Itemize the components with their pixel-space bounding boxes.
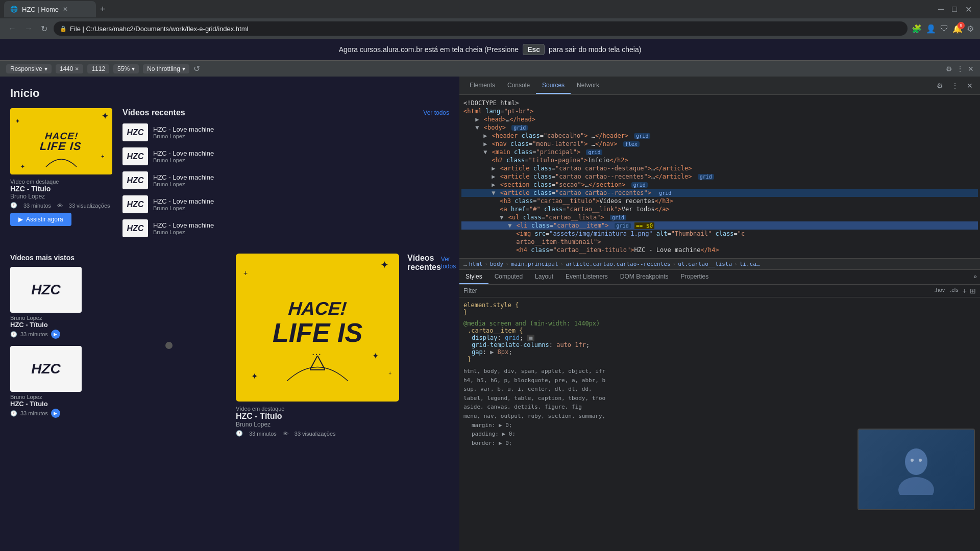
back-button[interactable]: ← (6, 22, 18, 35)
tab-close-button[interactable]: ✕ (63, 6, 68, 13)
dom-line-a[interactable]: <a href="#" class="cartao__link">Ver tod… (461, 205, 978, 213)
forward-button[interactable]: → (22, 22, 35, 35)
dom-line-ul[interactable]: ▼ <ul class="cartao__lista"> grid (461, 213, 978, 221)
dom-line-h2[interactable]: <h2 class="titulo-pagina">Início</h2> (461, 156, 978, 164)
star-deco-4: ✦ (20, 164, 24, 169)
dom-line-article-recentes[interactable]: ▼ <article class="cartao cartao--recente… (461, 189, 978, 197)
styles-tab-properties[interactable]: Properties (675, 270, 715, 284)
dom-line-section[interactable]: ▶ <section class="secao">…</section> gri… (461, 181, 978, 189)
tab-network[interactable]: Network (571, 78, 605, 94)
active-tab[interactable]: 🌐 HZC | Home ✕ (4, 1, 96, 17)
devtools-close-icon[interactable]: ✕ (968, 65, 974, 73)
notification-suffix: para sair do modo tela cheia) (549, 45, 641, 54)
dom-line-main[interactable]: ▼ <main class="principal"> grid (461, 148, 978, 156)
breadcrumb-li[interactable]: li.ca… (740, 261, 760, 267)
watched-title-0: HZC - Título (10, 321, 102, 329)
video-author-2: Bruno Lopez (153, 181, 449, 187)
dom-line-html[interactable]: <html lang="pt-br"> (461, 107, 978, 115)
dom-line-body[interactable]: ▼ <body> grid (461, 123, 978, 132)
big-featured-author: Bruno Lopez (236, 421, 399, 428)
big-featured-title: HZC - Título (236, 412, 399, 421)
browser-maximize-button[interactable]: □ (948, 5, 961, 14)
breadcrumb-main[interactable]: main.principal (511, 261, 558, 267)
bottom-section: Vídeos mais vistos HZC Bruno Lopez HZC -… (10, 254, 449, 437)
most-watched-title: Vídeos mais vistos (10, 254, 102, 262)
watched-minutes-1: 33 minutos (20, 410, 48, 416)
featured-thumbnail: HACE! LIFE IS ✦ ✦ + ✦ (10, 108, 112, 174)
devtools-settings-icon[interactable]: ⚙ (946, 65, 952, 73)
dom-line-li[interactable]: ▼ <li class="cartao__item"> grid == $0 (461, 221, 978, 230)
zoom-selector[interactable]: 55% ▾ (113, 64, 139, 73)
style-toggle-icon[interactable]: ⊞ (970, 287, 976, 295)
dom-line-h4[interactable]: <h4 class="cartao__item-titulo">HZC - Lo… (461, 246, 978, 254)
breadcrumb-article[interactable]: article.cartao.cartao--recentes (566, 261, 670, 267)
refresh-icon[interactable]: ↺ (193, 64, 200, 73)
tab-elements[interactable]: Elements (463, 78, 501, 94)
play-button-0[interactable]: ▶ (51, 330, 60, 339)
notifications-area: 🔔 9 (952, 24, 963, 34)
recent-bottom-title: Vídeos recentes (407, 254, 441, 272)
styles-tab-dom-breakpoints[interactable]: DOM Breakpoints (614, 270, 675, 284)
main-area: Início HACE! LIFE IS ✦ (0, 77, 980, 551)
watched-minutes-0: 33 minutos (20, 331, 48, 337)
watched-thumb-1: HZC (10, 346, 82, 392)
filter-input[interactable] (479, 287, 933, 294)
dom-line-header[interactable]: ▶ <header class="cabecalho"> …</header> … (461, 132, 978, 140)
add-style-icon[interactable]: + (963, 287, 967, 295)
extensions-icon: 🧩 (912, 24, 922, 34)
dom-line-h3[interactable]: <h3 class="cartao__titulo">Vídeos recent… (461, 197, 978, 205)
face-silhouette (891, 444, 942, 495)
devtools-more-icon[interactable]: ⋮ (957, 65, 964, 73)
list-item: HZC HZC - Love machine Bruno Lopez (122, 195, 449, 213)
dom-line-img-cont[interactable]: artao__item-thumbnail"> (461, 238, 978, 246)
styles-tab-layout[interactable]: Layout (529, 270, 559, 284)
filter-icons: :hov .cls + ⊞ (935, 287, 976, 295)
cls-filter[interactable]: .cls (950, 287, 959, 295)
address-bar[interactable]: 🔒 File | C:/Users/mahc2/Documents/work/f… (54, 21, 908, 36)
life-is-text-small: LIFE IS (39, 141, 82, 152)
browser-minimize-button[interactable]: ─ (934, 5, 948, 14)
big-life-is-text: LIFE IS (273, 319, 362, 346)
settings-icon[interactable]: ⚙ (967, 24, 974, 34)
browser-close-button[interactable]: ✕ (961, 5, 976, 14)
play-icon: ▶ (18, 216, 23, 223)
reload-button[interactable]: ↻ (39, 22, 50, 36)
responsive-selector[interactable]: Responsive ▾ (6, 64, 52, 73)
see-all-link[interactable]: Ver todos (423, 109, 449, 116)
breadcrumb-html[interactable]: html (469, 261, 483, 267)
styles-expand-icon[interactable]: » (970, 270, 980, 284)
styles-tab-event-listeners[interactable]: Event Listeners (559, 270, 614, 284)
breadcrumb-ul[interactable]: ul.cartao__lista (678, 261, 732, 267)
devtools-more-button[interactable]: ⋮ (948, 80, 962, 92)
badge-grid-4: grid (698, 174, 714, 180)
watch-now-button[interactable]: ▶ Assistir agora (10, 213, 71, 226)
new-tab-button[interactable]: + (96, 4, 110, 15)
tab-sources[interactable]: Sources (536, 78, 571, 94)
dom-line-nav[interactable]: ▶ <nav class="menu-lateral"> …</nav> fle… (461, 140, 978, 148)
dom-line-article-2[interactable]: ▶ <article class="cartao cartao--recente… (461, 172, 978, 181)
devtools-close-button[interactable]: ✕ (964, 80, 976, 92)
dom-line-article-1[interactable]: ▶ <article class="cartao cartao--destaqu… (461, 164, 978, 172)
styles-tab-computed[interactable]: Computed (488, 270, 529, 284)
recent-bottom-see-all[interactable]: Ver todos (441, 256, 456, 270)
dom-line-img[interactable]: <img src="assets/img/miniatura_1.png" al… (461, 230, 978, 238)
clock-icon: 🕐 (10, 202, 17, 209)
video-title-0: HZC - Love machine (153, 126, 449, 133)
big-star-2: + (243, 269, 248, 277)
badge-grid-5: grid (631, 182, 648, 188)
breadcrumb-body[interactable]: body (490, 261, 504, 267)
watched-meta-0: 🕐 33 minutos ▶ (10, 330, 102, 339)
video-author-3: Bruno Lopez (153, 205, 449, 211)
dom-line-doctype[interactable]: <!DOCTYPE html> (461, 99, 978, 107)
tab-title: HZC | Home (22, 6, 59, 13)
video-title-4: HZC - Love machine (153, 221, 449, 229)
play-button-1[interactable]: ▶ (51, 409, 60, 418)
height-input[interactable]: 1112 (87, 64, 109, 73)
width-input[interactable]: 1440 ✕ (56, 64, 84, 73)
devtools-settings-button[interactable]: ⚙ (934, 80, 946, 92)
tab-console[interactable]: Console (501, 78, 536, 94)
throttle-selector[interactable]: No throttling ▾ (143, 64, 189, 73)
dom-line-head[interactable]: ▶ <head>…</head> (461, 115, 978, 123)
hover-filter[interactable]: :hov (935, 287, 945, 295)
styles-tab-styles[interactable]: Styles (459, 270, 488, 284)
